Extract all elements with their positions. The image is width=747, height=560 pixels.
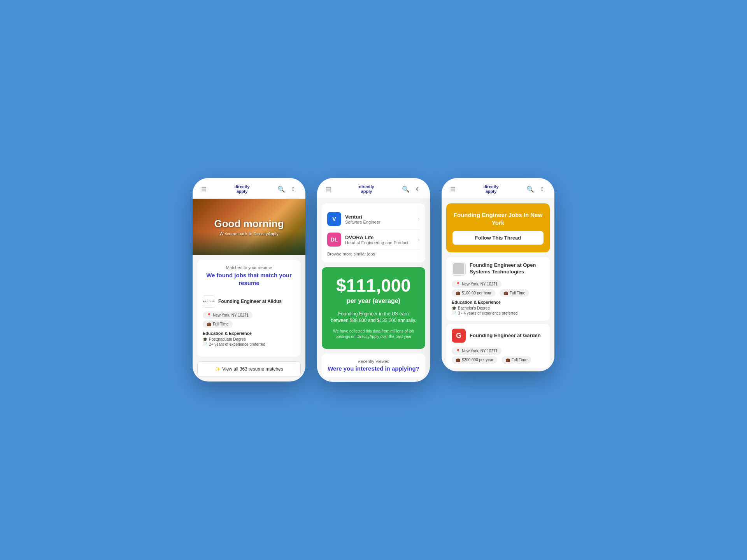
header-icons: 🔍 ☾	[401, 185, 422, 194]
listing-name-1: Founding Engineer at Open Systems Techno…	[470, 262, 544, 275]
edu-section-1: Education & Experience 🎓 Bachelor's Degr…	[452, 300, 544, 315]
hero-title: Good morning	[214, 218, 284, 230]
location-icon: 📍	[456, 349, 460, 353]
listing-top-1: Founding Engineer at Open Systems Techno…	[452, 262, 544, 276]
dvora-company: DVORA Life	[345, 234, 418, 240]
hero-banner: Good morning Welcome back to DirectlyApp…	[193, 199, 305, 255]
menu-icon[interactable]: ☰	[200, 185, 207, 194]
venturi-company: Venturi	[345, 214, 418, 220]
follow-thread-button[interactable]: Follow This Thread	[452, 231, 544, 245]
matched-section: Matched to your resume We found jobs tha…	[197, 260, 301, 357]
job-listing-open-systems[interactable]: Founding Engineer at Open Systems Techno…	[446, 257, 550, 321]
edu-title: Education & Experience	[203, 331, 295, 336]
dvora-role: Head of Engineering and Product	[345, 240, 418, 245]
job-listing-garden[interactable]: G Founding Engineer at Garden 📍 New York…	[446, 324, 550, 368]
chevron-right-icon: ›	[418, 236, 420, 243]
dark-mode-icon[interactable]: ☾	[415, 185, 422, 194]
location-icon: 📍	[207, 313, 211, 317]
edu-title-1: Education & Experience	[452, 300, 544, 304]
location-tag-1: 📍 New York, NY 10271	[452, 280, 502, 288]
recently-viewed-label: Recently Viewed	[327, 359, 420, 364]
logo: directly apply	[234, 184, 249, 194]
phone-2-content: V Venturi Software Engineer › DL DVORA L…	[317, 203, 430, 377]
salary-note: We have collected this data from million…	[330, 329, 417, 340]
salary-description: Founding Engineer in the US earn between…	[330, 311, 417, 324]
open-systems-logo	[452, 262, 466, 276]
edu-item-degree-1: 🎓 Bachelor's Degree	[452, 306, 544, 310]
document-icon: 📄	[452, 311, 456, 315]
money-icon: 💼	[456, 358, 460, 362]
venturi-role: Software Engineer	[345, 220, 418, 224]
listing-pay-tags-2: 💼 $200,000 per year 💼 Full Time	[452, 355, 544, 364]
briefcase-icon: 💼	[503, 291, 508, 295]
phone-2-header: ☰ directly apply 🔍 ☾	[317, 178, 430, 199]
job-title: Founding Engineer at Alldus	[218, 299, 282, 304]
venturi-result[interactable]: V Venturi Software Engineer ›	[327, 209, 420, 229]
header-icons: 🔍 ☾	[277, 185, 298, 194]
money-icon: 💼	[456, 291, 460, 295]
menu-icon[interactable]: ☰	[449, 185, 456, 194]
listing-pay-tags-1: 💼 $100.00 per hour 💼 Full Time	[452, 288, 544, 297]
document-icon: 📄	[203, 342, 207, 346]
job-item-alldus[interactable]: ALLDUS Founding Engineer at Alldus 📍 New…	[203, 291, 295, 351]
menu-icon[interactable]: ☰	[325, 185, 332, 194]
education-section: Education & Experience 🎓 Postgraduate De…	[203, 331, 295, 346]
edu-item-2: 📄 2+ years of experience preferred	[203, 342, 295, 346]
search-icon[interactable]: 🔍	[277, 185, 286, 194]
type-tag-1: 💼 Full Time	[500, 289, 530, 297]
pay-tag-2: 💼 $200,000 per year	[452, 356, 497, 364]
type-tag-2: 💼 Full Time	[502, 356, 531, 364]
listing-name-2: Founding Engineer at Garden	[470, 332, 541, 339]
dvora-result[interactable]: DL DVORA Life Head of Engineering and Pr…	[327, 229, 420, 250]
briefcase-icon: 💼	[505, 358, 510, 362]
location-tag-2: 📍 New York, NY 10271	[452, 347, 502, 355]
location-tag: 📍 New York, NY 10271	[203, 312, 253, 319]
search-icon[interactable]: 🔍	[526, 185, 535, 194]
matched-title: We found jobs that match your resume	[203, 271, 295, 287]
job-type-tags: 💼 Full Time	[203, 319, 295, 328]
graduation-icon: 🎓	[452, 306, 456, 310]
thread-title: Founding Engineer Jobs In New York	[452, 211, 544, 226]
sparkle-icon: ✨	[215, 366, 221, 372]
phone-1-header: ☰ directly apply 🔍 ☾	[193, 178, 305, 199]
job-tags: 📍 New York, NY 10271	[203, 310, 295, 319]
pay-tag-1: 💼 $100.00 per hour	[452, 289, 495, 297]
venturi-logo: V	[327, 212, 341, 226]
view-all-button[interactable]: ✨ View all 363 resume matches	[197, 361, 301, 377]
logo: directly apply	[359, 184, 374, 194]
matched-label: Matched to your resume	[203, 265, 295, 270]
logo: directly apply	[483, 184, 498, 194]
briefcase-icon: 💼	[207, 322, 211, 326]
phone-1-content: Good morning Welcome back to DirectlyApp…	[193, 199, 305, 377]
phones-container: ☰ directly apply 🔍 ☾ Good morning Welcom…	[193, 178, 554, 382]
job-top: ALLDUS Founding Engineer at Alldus	[203, 295, 295, 308]
thread-card: Founding Engineer Jobs In New York Follo…	[446, 203, 550, 252]
phone-1: ☰ directly apply 🔍 ☾ Good morning Welcom…	[193, 178, 305, 382]
search-results: V Venturi Software Engineer › DL DVORA L…	[322, 203, 425, 262]
chevron-right-icon: ›	[418, 216, 420, 222]
header-icons: 🔍 ☾	[526, 185, 547, 194]
listing-tags-1: 📍 New York, NY 10271	[452, 279, 544, 288]
dark-mode-icon[interactable]: ☾	[291, 185, 298, 194]
location-icon: 📍	[456, 282, 460, 286]
edu-item-exp-1: 📄 3 - 4 years of experience preferred	[452, 311, 544, 315]
search-icon[interactable]: 🔍	[401, 185, 410, 194]
salary-amount: $111,000	[330, 276, 417, 294]
alldus-logo: ALLDUS	[203, 295, 215, 308]
listing-tags-2: 📍 New York, NY 10271	[452, 346, 544, 355]
logo-placeholder	[453, 263, 464, 274]
recently-viewed-title: Were you interested in applying?	[327, 365, 420, 372]
phone-2: ☰ directly apply 🔍 ☾ V Venturi Software …	[317, 178, 430, 382]
dvora-info: DVORA Life Head of Engineering and Produ…	[345, 234, 418, 245]
graduation-icon: 🎓	[203, 337, 207, 341]
job-type-tag: 💼 Full Time	[203, 320, 233, 328]
dark-mode-icon[interactable]: ☾	[540, 185, 547, 194]
salary-card: $111,000 per year (average) Founding Eng…	[322, 267, 425, 349]
recently-viewed: Recently Viewed Were you interested in a…	[322, 354, 425, 377]
dvora-logo: DL	[327, 233, 341, 247]
phone-3: ☰ directly apply 🔍 ☾ Founding Engineer J…	[442, 178, 554, 371]
view-all-label: View all 363 resume matches	[222, 366, 283, 372]
browse-similar-link[interactable]: Browse more similar jobs	[327, 252, 420, 256]
phone-3-header: ☰ directly apply 🔍 ☾	[442, 178, 554, 199]
garden-logo: G	[452, 329, 466, 343]
